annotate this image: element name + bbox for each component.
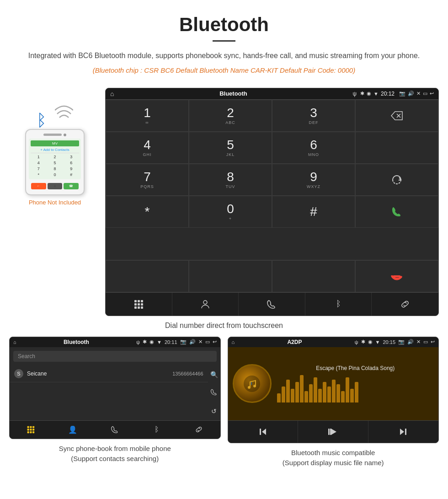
phone-key-0: 0 [47, 172, 63, 177]
phone-key-7: 7 [31, 166, 47, 172]
dial-key-6[interactable]: 6 MNO [272, 132, 355, 164]
music-close-icon: ✕ [416, 339, 421, 345]
viz-bar [323, 382, 326, 402]
camera-icon: 📷 [399, 91, 405, 97]
viz-bar [291, 389, 294, 402]
contacts-phone-btn[interactable] [210, 388, 218, 397]
phone-back-btn: ← [31, 183, 46, 189]
chip-info: (Bluetooth chip : CSR BC6 Default Blueto… [27, 66, 421, 74]
phone-key-6: 6 [63, 160, 79, 166]
music-caption-line1: Bluetooth music compatible [283, 448, 384, 458]
svg-rect-5 [141, 300, 143, 302]
viz-bar [355, 382, 358, 402]
music-usb-icon: ψ [355, 339, 358, 345]
music-play-pause-btn[interactable] [298, 421, 368, 443]
title-divider [213, 40, 235, 42]
dialpad-screen: ⌂ Bluetooth ψ ✱ ◉ ▼ 20:12 📷 🔊 ✕ ▭ ↩ 1 ∞ [105, 88, 439, 316]
dial-key-call-red[interactable] [355, 260, 438, 292]
contacts-screen-frame: ⌂ Bluetooth ψ ✱ ◉ ▼ 20:11 📷 🔊 ✕ ▭ ↩ Sear… [9, 337, 221, 439]
dialpad-phone-btn[interactable] [239, 293, 305, 316]
dial-key-call-green[interactable] [355, 196, 438, 228]
contact-row-seicane[interactable]: S Seicane 13566664466 [10, 365, 208, 382]
dial-key-hash[interactable]: # [272, 196, 355, 228]
music-album-art: ᛒ [233, 364, 272, 403]
music-visualizer [277, 375, 434, 402]
contacts-back-icon: ↩ [213, 339, 217, 345]
usb-icon: ψ [353, 91, 357, 97]
contacts-link-btn[interactable] [178, 421, 220, 439]
music-screen-frame: ⌂ A2DP ψ ✱ ◉ ▼ 20:15 📷 🔊 ✕ ▭ ↩ [228, 337, 439, 443]
dial-key-3[interactable]: 3 DEF [272, 100, 355, 132]
svg-rect-8 [141, 303, 143, 306]
dial-key-star[interactable]: * [106, 196, 189, 228]
svg-rect-2 [393, 275, 400, 277]
phone-screen-header: MV [31, 140, 79, 146]
phone-call-btn: ☎ [64, 183, 79, 189]
contacts-call-btn[interactable] [94, 421, 136, 439]
contacts-title: Bluetooth [19, 339, 134, 345]
dial-key-2[interactable]: 2 ABC [189, 100, 272, 132]
viz-bar [314, 377, 317, 402]
contacts-search-btn[interactable]: 🔍 [210, 371, 218, 378]
signal-arcs-icon [55, 104, 73, 129]
dial-key-empty-2 [355, 132, 438, 164]
dial-key-7[interactable]: 7 PQRS [106, 164, 189, 196]
dial-key-refresh[interactable] [355, 164, 438, 196]
description-text: Integrated with BC6 Bluetooth module, su… [27, 50, 421, 62]
music-vol-icon: 🔊 [407, 339, 414, 345]
phone-home-btn: ○ [48, 183, 63, 189]
music-win-icon: ▭ [423, 339, 428, 345]
main-title: Bluetooth [27, 14, 421, 36]
viz-bar [336, 384, 340, 402]
dial-key-1[interactable]: 1 ∞ [106, 100, 189, 132]
dial-key-5[interactable]: 5 JKL [189, 132, 272, 164]
contacts-person-btn[interactable]: 👤 [52, 421, 94, 439]
contact-name: Seicane [27, 370, 172, 377]
contacts-search-field[interactable]: Search [13, 351, 217, 362]
home-icon: ⌂ [110, 90, 114, 97]
dialpad-link-btn[interactable] [372, 293, 438, 316]
dialpad-grid-btn[interactable] [106, 293, 172, 316]
contacts-cam-icon: 📷 [180, 339, 187, 345]
svg-marker-31 [400, 429, 404, 435]
music-next-btn[interactable] [368, 421, 439, 443]
bottom-screenshots: ⌂ Bluetooth ψ ✱ ◉ ▼ 20:11 📷 🔊 ✕ ▭ ↩ Sear… [0, 337, 448, 478]
phone-screen: MV + Add to Contacts 1 2 3 4 5 6 7 8 9 *… [29, 139, 81, 179]
contacts-right-buttons: 🔍 ↺ [208, 365, 220, 420]
dial-key-8[interactable]: 8 TUV [189, 164, 272, 196]
close-icon: ✕ [416, 91, 421, 97]
dial-key-9[interactable]: 9 WXYZ [272, 164, 355, 196]
status-icons: ✱ ◉ ▼ 20:12 📷 🔊 ✕ ▭ ↩ [360, 91, 434, 97]
window-icon: ▭ [423, 91, 427, 97]
music-info: Escape (The Pina Colada Song) [277, 365, 434, 402]
contacts-bt-btn[interactable]: ᛒ [136, 421, 178, 439]
viz-bar [309, 384, 313, 402]
svg-rect-3 [134, 300, 137, 302]
contacts-refresh-btn[interactable]: ↺ [211, 408, 217, 415]
dialpad-bluetooth-btn[interactable]: ᛒ [305, 293, 372, 316]
contacts-bottom-bar: 👤 ᛒ [10, 420, 220, 439]
svg-rect-11 [141, 306, 143, 309]
phone-body: MV + Add to Contacts 1 2 3 4 5 6 7 8 9 *… [25, 129, 85, 195]
contacts-grid-btn[interactable] [10, 421, 52, 439]
dial-key-0[interactable]: 0 + [189, 196, 272, 228]
bluetooth-status-icon: ✱ [360, 91, 364, 97]
dial-key-backspace[interactable] [355, 100, 438, 132]
svg-rect-30 [330, 429, 331, 435]
svg-rect-21 [32, 431, 34, 433]
svg-point-24 [253, 385, 256, 387]
phone-key-5: 5 [47, 160, 63, 166]
contacts-list: S Seicane 13566664466 [10, 365, 208, 420]
music-sig-icon: ▼ [375, 339, 380, 345]
phone-add-contact: + Add to Contacts [31, 148, 79, 153]
contacts-bt-icon: ✱ [143, 339, 147, 345]
music-content: ᛒ Escape (The Pina Colada Song) [228, 347, 439, 420]
viz-bar [286, 380, 290, 402]
dialpad-person-btn[interactable] [172, 293, 239, 316]
dial-key-4[interactable]: 4 GHI [106, 132, 189, 164]
contacts-caption: Sync phone-book from mobile phone (Suppo… [59, 444, 171, 464]
music-prev-btn[interactable] [228, 421, 299, 443]
music-caption: Bluetooth music compatible (Support disp… [283, 448, 384, 468]
contacts-usb-icon: ψ [136, 339, 140, 345]
phone-keypad: 1 2 3 4 5 6 7 8 9 * 0 # [31, 154, 79, 177]
